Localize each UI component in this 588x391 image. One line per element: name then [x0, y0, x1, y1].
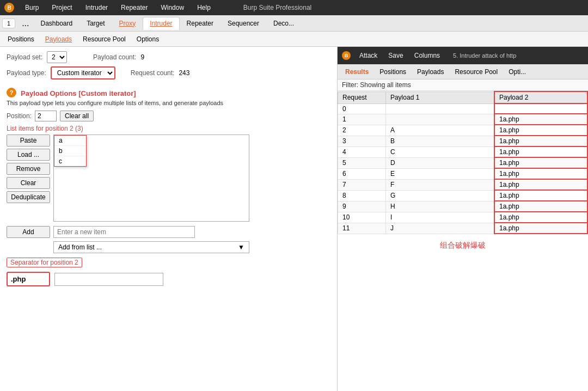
add-from-list-dropdown[interactable]: Add from list ... ▼	[53, 241, 249, 253]
main-content: Payload set: 2 1 3 Payload count: 9 Payl…	[0, 47, 588, 391]
col-header-payload2[interactable]: Payload 2	[494, 91, 587, 103]
cell-payload2: 1a.php	[494, 125, 587, 136]
cell-payload2: 1a.php	[494, 114, 587, 125]
request-count-label: Request count:	[131, 69, 175, 77]
attack-tab-positions[interactable]: Positions	[374, 66, 412, 77]
section-title: Payload Options [Custom iterator]	[21, 89, 136, 97]
clear-button[interactable]: Clear	[7, 177, 50, 189]
table-row[interactable]: 6E1a.php	[338, 168, 588, 179]
payload-type-select[interactable]: Custom iterator Simple list Runtime file	[51, 66, 115, 80]
cell-payload1: B	[385, 136, 494, 146]
table-row[interactable]: 0	[338, 103, 588, 114]
add-from-list-label: Add from list ...	[58, 243, 102, 251]
attack-tab-options[interactable]: Opti...	[503, 66, 531, 77]
table-row[interactable]: 2A1a.php	[338, 125, 588, 136]
cell-payload1: D	[385, 157, 494, 168]
cell-payload2: 1a.php	[494, 179, 587, 190]
table-row[interactable]: 8G1a.php	[338, 190, 588, 201]
add-row: Add	[7, 226, 330, 238]
tab-target[interactable]: Target	[79, 17, 112, 30]
table-row[interactable]: 9H1a.php	[338, 201, 588, 212]
table-row[interactable]: 4C1a.php	[338, 146, 588, 157]
cell-request: 10	[338, 212, 386, 223]
tab-decoder[interactable]: Deco...	[266, 17, 301, 30]
load-button[interactable]: Load ...	[7, 149, 50, 161]
table-row[interactable]: 11J1a.php	[338, 223, 588, 234]
remove-button[interactable]: Remove	[7, 163, 50, 175]
cell-payload2: 1a.php	[494, 190, 587, 201]
menu-intruder[interactable]: Intruder	[83, 3, 110, 13]
payload-set-row: Payload set: 2 1 3 Payload count: 9	[7, 51, 330, 63]
menu-window[interactable]: Window	[158, 3, 186, 13]
col-header-payload1[interactable]: Payload 1	[385, 91, 494, 103]
table-row[interactable]: 3B1a.php	[338, 136, 588, 146]
section-description: This payload type lets you configure mul…	[7, 100, 330, 106]
tab-sequencer[interactable]: Sequencer	[220, 17, 266, 30]
separator-extra-input[interactable]	[54, 273, 163, 286]
right-panel: B Attack Save Columns 5. Intruder attack…	[338, 47, 588, 391]
cell-request: 7	[338, 179, 386, 190]
tab-dots[interactable]: ...	[17, 19, 33, 28]
sub-tab-positions[interactable]: Positions	[2, 34, 40, 45]
position-row: Position: Clear all	[7, 111, 330, 121]
table-row[interactable]: 5D1a.php	[338, 157, 588, 168]
app-title: Burp Suite Professional	[243, 4, 311, 11]
attack-menu-columns[interactable]: Columns	[412, 51, 442, 60]
cell-payload1: E	[385, 168, 494, 179]
col-header-request[interactable]: Request	[338, 91, 386, 103]
tab-repeater[interactable]: Repeater	[180, 17, 220, 30]
payload-type-row: Payload type: Custom iterator Simple lis…	[7, 66, 330, 80]
add-input[interactable]	[53, 226, 195, 238]
list-items-dropdown: a b c	[54, 135, 87, 167]
list-box: a b c ▶	[53, 135, 249, 222]
cell-payload1: G	[385, 190, 494, 201]
top-menubar: B Burp Project Intruder Repeater Window …	[0, 0, 588, 15]
tab-proxy[interactable]: Proxy	[112, 17, 143, 30]
left-panel: Payload set: 2 1 3 Payload count: 9 Payl…	[0, 47, 338, 391]
cell-payload2: 1a.php	[494, 212, 587, 223]
table-row[interactable]: 7F1a.php	[338, 179, 588, 190]
cell-payload2: 1a.php	[494, 157, 587, 168]
cell-payload1: I	[385, 212, 494, 223]
cell-request: 4	[338, 146, 386, 157]
separator-section: Separator for position 2	[7, 258, 330, 286]
sub-tab-resource-pool[interactable]: Resource Pool	[77, 34, 131, 45]
sub-tab-options[interactable]: Options	[131, 34, 164, 45]
attack-tab-resource-pool[interactable]: Resource Pool	[449, 66, 503, 77]
payload-set-select[interactable]: 2 1 3	[47, 51, 67, 63]
deduplicate-button[interactable]: Deduplicate	[7, 191, 50, 203]
help-icon[interactable]: ?	[7, 88, 16, 97]
cell-payload1	[385, 114, 494, 125]
paste-button[interactable]: Paste	[7, 135, 50, 146]
attack-menu-save[interactable]: Save	[386, 51, 405, 60]
table-row[interactable]: 10I1a.php	[338, 212, 588, 223]
results-table: Request Payload 1 Payload 2 011a.php2A1a…	[338, 91, 588, 234]
table-row[interactable]: 11a.php	[338, 114, 588, 125]
separator-input[interactable]	[7, 272, 50, 286]
cell-request: 8	[338, 190, 386, 201]
list-item[interactable]: a	[54, 136, 86, 146]
menu-help[interactable]: Help	[195, 3, 213, 13]
list-item[interactable]: b	[54, 146, 86, 156]
menu-project[interactable]: Project	[50, 3, 74, 13]
cell-payload1: H	[385, 201, 494, 212]
results-table-container[interactable]: Request Payload 1 Payload 2 011a.php2A1a…	[338, 91, 588, 391]
menu-burp[interactable]: Burp	[23, 3, 41, 13]
attack-menu-attack[interactable]: Attack	[357, 51, 379, 60]
clear-all-button[interactable]: Clear all	[60, 111, 94, 121]
position-input[interactable]	[35, 111, 57, 121]
tab-dashboard[interactable]: Dashboard	[33, 17, 79, 30]
cell-payload1: J	[385, 223, 494, 234]
attack-tab-results[interactable]: Results	[340, 66, 374, 77]
sub-tab-payloads[interactable]: Payloads	[40, 34, 77, 45]
request-count-value: 243	[179, 69, 189, 77]
list-item[interactable]: c	[54, 156, 86, 166]
cell-request: 3	[338, 136, 386, 146]
menu-repeater[interactable]: Repeater	[119, 3, 150, 13]
add-button[interactable]: Add	[7, 226, 50, 238]
cell-payload2: 1a.php	[494, 201, 587, 212]
cell-request: 9	[338, 201, 386, 212]
attack-tab-payloads[interactable]: Payloads	[412, 66, 449, 77]
tab-intruder[interactable]: Intruder	[143, 17, 179, 30]
cell-request: 11	[338, 223, 386, 234]
